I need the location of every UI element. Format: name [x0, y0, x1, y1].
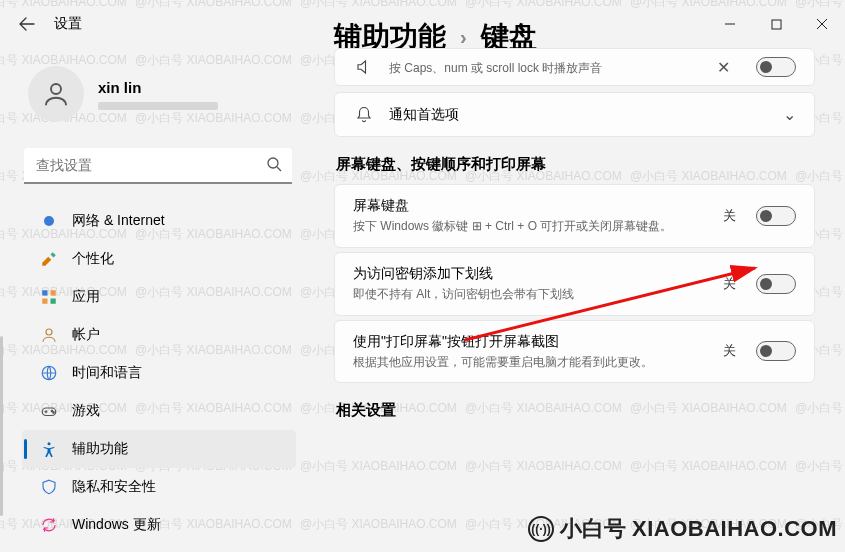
sidebar-item-0[interactable]: 网络 & Internet — [22, 202, 296, 240]
svg-point-8 — [46, 329, 52, 335]
apps-icon — [40, 288, 58, 306]
maximize-button[interactable] — [753, 8, 799, 40]
setting-card-0: 屏幕键盘按下 Windows 徽标键 ⊞ + Ctrl + O 可打开或关闭屏幕… — [334, 184, 815, 248]
search-input[interactable] — [24, 148, 292, 184]
account-icon — [40, 326, 58, 344]
card-title: 使用"打印屏幕"按钮打开屏幕截图 — [353, 333, 709, 351]
toggle-state: 关 — [723, 342, 736, 360]
card-title: 通知首选项 — [389, 106, 769, 124]
card-sound-partial[interactable]: 按 Caps、num 或 scroll lock 时播放声音 ✕ — [334, 48, 815, 86]
back-button[interactable] — [8, 5, 46, 43]
svg-rect-0 — [772, 20, 781, 29]
card-title: 屏幕键盘 — [353, 197, 709, 215]
cards-scroll[interactable]: 按 Caps、num 或 scroll lock 时播放声音 ✕ 通知首选项 ⌄… — [334, 48, 821, 552]
sidebar-item-label: 应用 — [72, 288, 100, 306]
card-title: 为访问密钥添加下划线 — [353, 265, 709, 283]
nav-list[interactable]: 网络 & Internet个性化应用帐户时间和语言游戏辅助功能隐私和安全性Win… — [20, 202, 296, 544]
sidebar-item-label: 辅助功能 — [72, 440, 128, 458]
avatar — [28, 66, 84, 122]
sidebar-item-2[interactable]: 应用 — [22, 278, 296, 316]
card-sub: 即使不持有 Alt，访问密钥也会带有下划线 — [353, 286, 709, 303]
access-icon — [40, 440, 58, 458]
setting-card-1: 为访问密钥添加下划线即使不持有 Alt，访问密钥也会带有下划线关 — [334, 252, 815, 316]
search-icon — [266, 156, 282, 176]
sidebar: xin lin 网络 & Internet个性化应用帐户时间和语言游戏辅助功能隐… — [0, 56, 312, 552]
sidebar-item-label: 帐户 — [72, 326, 100, 344]
minimize-icon — [724, 18, 736, 30]
sidebar-item-6[interactable]: 辅助功能 — [22, 430, 296, 468]
toggle-switch[interactable] — [756, 57, 796, 77]
close-icon — [816, 18, 828, 30]
svg-rect-7 — [51, 299, 56, 304]
sidebar-item-4[interactable]: 时间和语言 — [22, 354, 296, 392]
card-sub: 按下 Windows 徽标键 ⊞ + Ctrl + O 可打开或关闭屏幕键盘。 — [353, 218, 709, 235]
sidebar-item-label: 游戏 — [72, 402, 100, 420]
svg-rect-5 — [51, 290, 56, 295]
minimize-button[interactable] — [707, 8, 753, 40]
chevron-down-icon: ⌄ — [783, 105, 796, 124]
toggle-switch[interactable] — [756, 274, 796, 294]
sidebar-item-7[interactable]: 隐私和安全性 — [22, 468, 296, 506]
svg-point-1 — [51, 84, 61, 94]
sidebar-item-8[interactable]: Windows 更新 — [22, 506, 296, 544]
card-sub: 按 Caps、num 或 scroll lock 时播放声音 — [389, 60, 703, 77]
toggle-state: 关 — [723, 207, 736, 225]
sidebar-item-label: 时间和语言 — [72, 364, 142, 382]
main-pane: 辅助功能 › 键盘 按 Caps、num 或 scroll lock 时播放声音… — [312, 0, 845, 552]
sound-icon — [353, 58, 375, 76]
sidebar-item-label: Windows 更新 — [72, 516, 161, 534]
#1f6feb-icon — [40, 212, 58, 230]
watermark-brand: ((·)) 小白号 XIAOBAIHAO.COM — [528, 514, 837, 544]
sidebar-item-label: 隐私和安全性 — [72, 478, 156, 496]
toggle-switch[interactable] — [756, 206, 796, 226]
svg-rect-6 — [42, 299, 47, 304]
brush-icon — [40, 250, 58, 268]
avatar-icon — [41, 79, 71, 109]
close-x-icon[interactable]: ✕ — [717, 58, 730, 77]
app-title: 设置 — [54, 15, 82, 33]
titlebar: 设置 — [0, 0, 845, 48]
watermark-brand-text: 小白号 — [560, 514, 626, 544]
game-icon — [40, 402, 58, 420]
search-box[interactable] — [24, 148, 292, 184]
shield-icon — [40, 478, 58, 496]
card-sub: 根据其他应用设置，可能需要重启电脑才能看到此更改。 — [353, 354, 709, 371]
close-button[interactable] — [799, 8, 845, 40]
svg-point-11 — [51, 410, 53, 412]
user-block[interactable]: xin lin — [20, 56, 296, 142]
sidebar-item-label: 网络 & Internet — [72, 212, 165, 230]
update-icon — [40, 516, 58, 534]
globe-icon — [40, 364, 58, 382]
section-title: 屏幕键盘、按键顺序和打印屏幕 — [336, 155, 813, 174]
setting-card-2: 使用"打印屏幕"按钮打开屏幕截图根据其他应用设置，可能需要重启电脑才能看到此更改… — [334, 320, 815, 384]
card-notify-pref[interactable]: 通知首选项 ⌄ — [334, 92, 815, 137]
svg-point-13 — [48, 442, 51, 445]
bell-icon — [353, 106, 375, 124]
user-subline — [98, 102, 218, 110]
maximize-icon — [771, 19, 782, 30]
related-title: 相关设置 — [336, 401, 813, 420]
sidebar-item-5[interactable]: 游戏 — [22, 392, 296, 430]
sidebar-item-1[interactable]: 个性化 — [22, 240, 296, 278]
broadcast-icon: ((·)) — [528, 516, 554, 542]
svg-rect-4 — [42, 290, 47, 295]
watermark-domain: XIAOBAIHAO.COM — [632, 516, 837, 542]
toggle-state: 关 — [723, 275, 736, 293]
svg-point-12 — [53, 412, 55, 414]
svg-point-3 — [44, 216, 54, 226]
toggle-switch[interactable] — [756, 341, 796, 361]
svg-point-2 — [268, 158, 278, 168]
back-arrow-icon — [19, 16, 35, 32]
sidebar-item-label: 个性化 — [72, 250, 114, 268]
user-name: xin lin — [98, 79, 218, 96]
sidebar-item-3[interactable]: 帐户 — [22, 316, 296, 354]
window-controls — [707, 8, 845, 40]
